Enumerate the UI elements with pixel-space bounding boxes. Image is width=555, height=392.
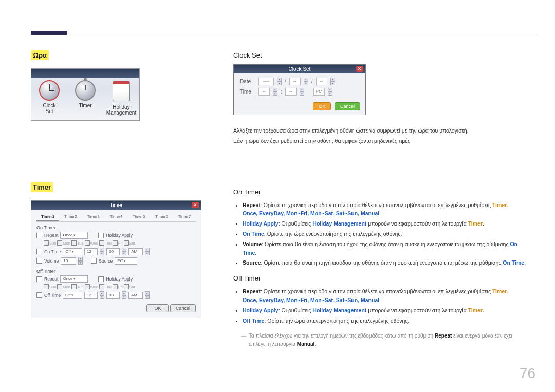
volume-row: Volume 10 ▴▾ Source PC [36,257,196,265]
holiday-label: Holiday Management [103,104,139,116]
source-select[interactable]: PC [115,257,137,265]
on-hour[interactable]: 12 [84,248,98,255]
on-days-row: Sun Mon Tue Wed Thu Fri Sat [44,240,196,246]
on-holiday-label: Holiday Apply [106,233,133,238]
tab-timer7[interactable]: Timer7 [173,213,196,221]
on-repeat-row: Repeat Once Holiday Apply [36,232,196,239]
on-day-sat[interactable] [124,240,129,246]
clock-dialog-buttons: OK Cancel [234,102,365,115]
off-day-sat[interactable] [124,284,129,289]
date-month-spin[interactable]: ▴▾ [304,78,308,85]
clock-dialog-title: Clock Set ✕ [234,65,365,73]
on-hour-spin[interactable]: ▴▾ [100,248,104,255]
off-timer-note: Τα πλαίσια ελέγχου για την επιλογή ημερώ… [233,332,531,348]
on-day-fri[interactable] [113,240,118,246]
tab-timer1[interactable]: Timer1 [36,213,59,221]
on-min[interactable]: 00 [106,248,120,255]
on-day-mon[interactable] [57,240,62,246]
tab-timer2[interactable]: Timer2 [59,213,82,221]
on-day-tue[interactable] [71,240,77,246]
off-time-checkbox[interactable] [36,292,42,298]
timer-ok-button[interactable]: OK [146,304,169,312]
clock-dialog-body: Date ---- ▴▾ / -- ▴▾ / -- ▴▾ Time -- ▴▾ … [234,73,365,102]
time-min-spin[interactable]: ▴▾ [300,88,304,96]
date-year[interactable]: ---- [258,78,274,85]
date-year-spin[interactable]: ▴▾ [277,78,282,85]
on-time-enable[interactable]: Off [63,248,82,255]
timer-label: Timer [67,103,103,108]
on-ampm-spin[interactable]: ▴▾ [145,248,150,255]
date-row: Date ---- ▴▾ / -- ▴▾ / -- ▴▾ [240,78,359,85]
off-repeat-row: Repeat Once Holiday Apply [36,275,196,283]
time-row: Time -- ▴▾ : -- ▴▾ PM ▴▾ [240,88,359,96]
date-day-spin[interactable]: ▴▾ [330,78,335,85]
tab-timer4[interactable]: Timer4 [105,213,127,221]
timer-tabs: Timer1 Timer2 Timer3 Timer4 Timer5 Timer… [36,213,196,222]
on-repeat-checkbox[interactable] [36,233,42,238]
off-day-mon[interactable] [57,284,62,289]
tab-timer6[interactable]: Timer6 [150,213,173,221]
clock-set-label: Clock Set [31,103,67,114]
page-divider [31,35,535,35]
off-day-sun[interactable] [44,284,49,289]
off-holiday-label: Holiday Apply [106,276,133,282]
off-time-enable[interactable]: Off [63,292,82,299]
clock-ok-button[interactable]: OK [313,102,331,110]
on-repeat-label: Repeat [44,233,58,238]
date-month[interactable]: -- [289,78,301,85]
page-number: 76 [520,365,535,382]
off-min[interactable]: 00 [106,292,120,299]
on-day-sun[interactable] [44,240,49,246]
off-timer-list: Repeat: Ορίστε τη χρονική περίοδο για τη… [233,287,531,325]
volume-spin[interactable]: ▴▾ [78,257,83,265]
tab-timer3[interactable]: Timer3 [82,213,105,221]
on-day-thu[interactable] [99,240,104,246]
off-min-spin[interactable]: ▴▾ [122,291,126,299]
volume-label: Volume [44,258,59,264]
off-ampm-spin[interactable]: ▴▾ [145,291,150,299]
off-day-fri[interactable] [113,284,118,289]
panel-topbar [31,69,139,78]
off-timer-repeat: Repeat: Ορίστε τη χρονική περίοδο για τη… [243,287,531,305]
clock-cancel-button[interactable]: Cancel [335,102,360,110]
on-timer-holiday: Holiday Apply: Οι ρυθμίσεις Holiday Mana… [243,219,531,228]
off-ampm[interactable]: AM [128,292,143,299]
on-ampm[interactable]: AM [128,248,143,255]
off-day-tue[interactable] [71,284,77,289]
on-repeat-select[interactable]: Once [60,232,88,239]
off-time-row: Off Time Off 12 ▴▾ 00 ▴▾ AM ▴▾ [36,291,196,299]
on-timer-source: Source: Ορίστε ποια θα είναι η πηγή εισό… [243,258,531,267]
clock-desc-1: Αλλάξτε την τρέχουσα ώρα στην επιλεγμένη… [233,126,531,135]
on-time-row: On Time Off 12 ▴▾ 00 ▴▾ AM ▴▾ [36,248,196,255]
source-checkbox[interactable] [91,258,97,264]
date-day[interactable]: -- [316,78,327,85]
off-timer-group: Off Timer [36,269,196,274]
on-holiday-checkbox[interactable] [98,233,104,238]
tab-timer5[interactable]: Timer5 [127,213,150,221]
timer-cancel-button[interactable]: Cancel [170,304,196,312]
off-repeat-checkbox[interactable] [36,276,42,282]
off-timer-heading: Off Timer [233,274,531,282]
time-hour[interactable]: -- [258,88,270,96]
off-repeat-select[interactable]: Once [60,275,88,283]
off-hour-spin[interactable]: ▴▾ [100,291,104,299]
on-day-wed[interactable] [85,240,90,246]
off-hour[interactable]: 12 [84,292,98,299]
time-hour-spin[interactable]: ▴▾ [273,88,278,96]
off-day-thu[interactable] [99,284,104,289]
close-icon[interactable]: ✕ [356,66,363,72]
time-ampm[interactable]: PM [313,88,325,96]
timer-dialog-body: Timer1 Timer2 Timer3 Timer4 Timer5 Timer… [31,210,201,318]
off-holiday-checkbox[interactable] [98,276,104,282]
time-ampm-spin[interactable]: ▴▾ [328,88,332,96]
page-accent-bar [31,31,67,35]
volume-checkbox[interactable] [36,258,42,264]
volume-value[interactable]: 10 [61,257,76,265]
off-timer-holiday: Holiday Apply: Οι ρυθμίσεις Holiday Mana… [243,306,531,315]
time-min[interactable]: -- [285,88,297,96]
on-time-checkbox[interactable] [36,249,42,254]
on-min-spin[interactable]: ▴▾ [122,248,126,255]
off-days-row: Sun Mon Tue Wed Thu Fri Sat [44,284,196,289]
close-icon[interactable]: ✕ [192,202,199,208]
off-day-wed[interactable] [85,284,90,289]
